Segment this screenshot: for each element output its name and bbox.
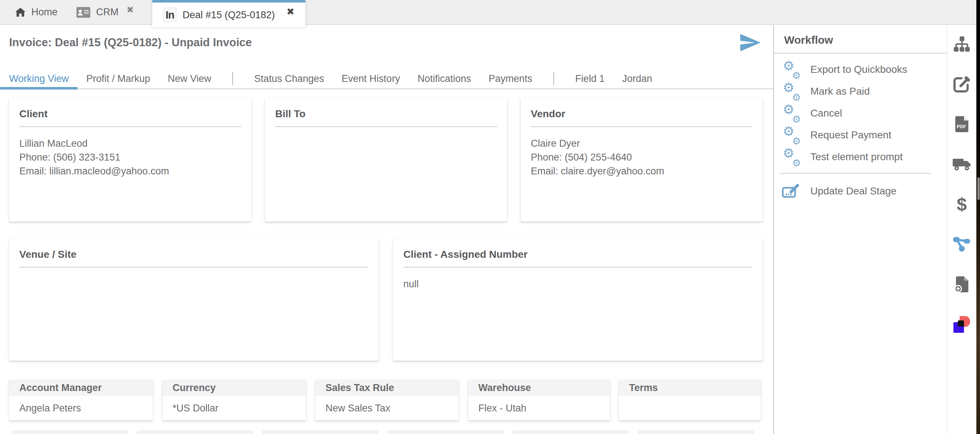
client-name: Lillian MacLeod [19, 137, 241, 150]
client-card-title: Client [19, 108, 241, 120]
warehouse-value: Flex - Utah [468, 396, 610, 421]
vendor-email: Email: claire.dyer@yahoo.com [531, 164, 752, 178]
divider [19, 126, 241, 127]
pdf-file-icon[interactable]: PDF [952, 115, 971, 133]
terms-field: Terms [619, 380, 761, 421]
update-stage-icon [782, 183, 802, 200]
currency-label: Currency [162, 380, 306, 396]
terms-value [619, 396, 761, 421]
share-icon[interactable] [952, 235, 971, 253]
tab-home-label: Home [31, 6, 57, 18]
client-phone: Phone: (506) 323-3151 [19, 150, 241, 164]
right-toolbar: PDF $ [947, 25, 976, 434]
gears-icon: ⚙⚙ [782, 61, 802, 78]
workflow-title: Workflow [774, 25, 947, 54]
divider [531, 126, 752, 127]
gears-icon: ⚙⚙ [782, 105, 802, 122]
partial-card [263, 430, 378, 434]
view-tab-status-changes[interactable]: Status Changes [245, 68, 333, 89]
sales-tax-rule-field: Sales Tax Rule New Sales Tax [315, 380, 459, 421]
partial-card [138, 430, 253, 434]
warehouse-field: Warehouse Flex - Utah [468, 380, 610, 421]
account-manager-label: Account Manager [9, 380, 153, 396]
tab-group-divider [232, 72, 233, 85]
venue-site-card-title: Venue / Site [19, 249, 368, 260]
contact-card-icon [76, 7, 90, 18]
brand-logo [953, 316, 970, 333]
workflow-action-update-deal-stage[interactable]: Update Deal Stage [774, 180, 947, 202]
tab-deal-label: Deal #15 (Q25-0182) [182, 10, 275, 21]
workflow-action-request-payment[interactable]: ⚙⚙ Request Payment [774, 124, 947, 146]
workflow-action-mark-as-paid[interactable]: ⚙⚙ Mark as Paid [774, 81, 947, 102]
view-tab-event-history[interactable]: Event History [333, 68, 409, 89]
vendor-name: Claire Dyer [531, 137, 752, 150]
workflow-action-test-element-prompt[interactable]: ⚙⚙ Test element prompt [774, 146, 947, 168]
svg-text:PDF: PDF [957, 124, 966, 129]
tab-deal-active[interactable]: In Deal #15 (Q25-0182) ✖ [152, 0, 305, 27]
vendor-card: Vendor Claire Dyer Phone: (504) 255-4640… [520, 98, 763, 222]
workflow-action-label: Cancel [810, 107, 842, 119]
client-card: Client Lillian MacLeod Phone: (506) 323-… [9, 98, 251, 222]
workflow-panel: Workflow ⚙⚙ Export to Quickbooks ⚙⚙ Mark… [773, 25, 947, 434]
partial-card [388, 430, 503, 434]
tab-crm[interactable]: CRM ✖ [67, 0, 143, 25]
terms-label: Terms [619, 380, 761, 396]
file-plus-icon[interactable] [952, 276, 971, 293]
view-tab-bar: Working View Profit / Markup New View St… [0, 69, 773, 89]
gears-icon: ⚙⚙ [782, 83, 802, 100]
page-title: Invoice: Deal #15 (Q25-0182) - Unpaid In… [9, 36, 252, 49]
edit-icon[interactable] [952, 75, 971, 93]
client-assigned-number-card: Client - Assigned Number null [393, 238, 763, 361]
close-icon[interactable]: ✖ [286, 6, 294, 17]
invoice-icon: In [163, 8, 177, 22]
view-tab-new-view[interactable]: New View [159, 68, 220, 89]
client-assigned-number-value: null [403, 277, 752, 291]
divider [275, 126, 497, 127]
client-assigned-number-title: Client - Assigned Number [403, 249, 752, 260]
client-email: Email: lillian.macleod@yahoo.com [19, 164, 241, 178]
bill-to-card: Bill To [265, 98, 507, 222]
close-icon[interactable]: ✖ [127, 5, 134, 15]
partial-card [513, 430, 628, 434]
brand-logo-icon[interactable] [952, 316, 971, 333]
bill-to-card-title: Bill To [275, 108, 497, 120]
workflow-action-export-to-quickbooks[interactable]: ⚙⚙ Export to Quickbooks [774, 59, 947, 81]
view-tab-profit-markup[interactable]: Profit / Markup [78, 68, 159, 89]
workflow-action-label: Export to Quickbooks [810, 64, 907, 75]
currency-field: Currency *US Dollar [162, 380, 306, 421]
main-content: Invoice: Deal #15 (Q25-0182) - Unpaid In… [0, 25, 773, 434]
app-tab-bar: Home CRM ✖ In Deal #15 (Q25-0182) ✖ [0, 0, 976, 25]
account-manager-value: Angela Peters [9, 396, 153, 421]
view-tab-payments[interactable]: Payments [480, 68, 541, 89]
send-button[interactable] [738, 31, 762, 54]
dollar-icon[interactable]: $ [952, 196, 971, 213]
view-tab-field-1[interactable]: Field 1 [566, 68, 613, 89]
view-tab-notifications[interactable]: Notifications [409, 68, 480, 89]
paper-plane-icon [738, 31, 762, 54]
warehouse-label: Warehouse [468, 380, 610, 396]
gears-icon: ⚙⚙ [782, 127, 802, 143]
home-icon [15, 8, 25, 17]
scrollbar-thumb[interactable] [977, 177, 980, 200]
truck-icon[interactable] [952, 156, 971, 173]
sales-tax-rule-value: New Sales Tax [315, 396, 459, 421]
currency-value: *US Dollar [162, 396, 306, 421]
view-tab-jordan[interactable]: Jordan [613, 68, 661, 89]
vendor-card-title: Vendor [531, 108, 752, 120]
partial-card [638, 430, 754, 434]
sales-tax-rule-label: Sales Tax Rule [315, 380, 459, 396]
workflow-action-list: ⚙⚙ Export to Quickbooks ⚙⚙ Mark as Paid … [774, 54, 947, 168]
workflow-action-cancel[interactable]: ⚙⚙ Cancel [774, 102, 947, 124]
divider [403, 267, 752, 268]
account-manager-field: Account Manager Angela Peters [9, 380, 153, 421]
tab-home[interactable]: Home [6, 0, 67, 25]
venue-site-card: Venue / Site [9, 238, 379, 361]
workflow-action-label: Request Payment [810, 129, 891, 141]
vendor-phone: Phone: (504) 255-4640 [531, 150, 752, 164]
divider [19, 267, 368, 268]
partial-card [13, 430, 127, 434]
sitemap-icon[interactable] [952, 35, 971, 53]
workflow-action-label: Update Deal Stage [810, 185, 897, 197]
view-tab-working-view[interactable]: Working View [0, 68, 78, 89]
tab-group-divider [554, 72, 554, 85]
